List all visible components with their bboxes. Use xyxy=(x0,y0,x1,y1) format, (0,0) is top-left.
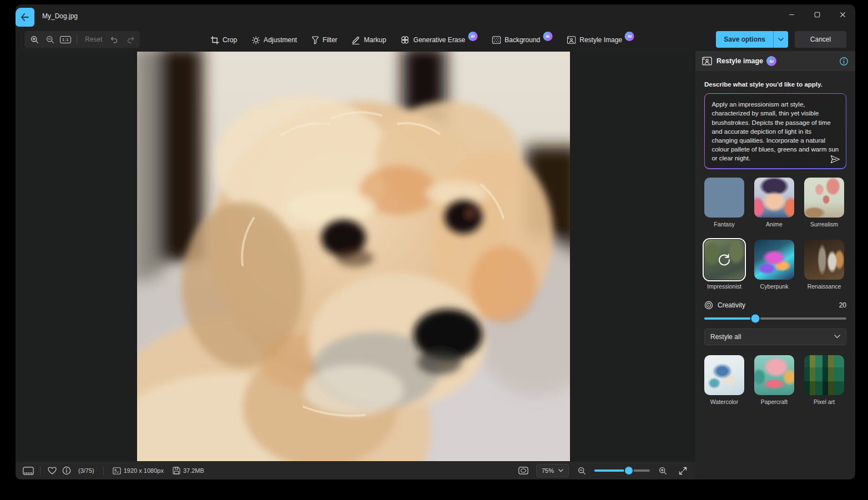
send-prompt-button[interactable] xyxy=(830,155,840,164)
cancel-button[interactable]: Cancel xyxy=(795,31,846,48)
save-options-button[interactable]: Save options xyxy=(716,31,773,48)
creativity-slider-fill xyxy=(704,317,755,320)
undo-button[interactable] xyxy=(107,32,122,47)
style-prompt-input[interactable]: Apply an impressionism art style, charac… xyxy=(705,94,845,166)
info-icon xyxy=(62,466,71,475)
filmstrip-button[interactable] xyxy=(21,464,36,477)
restyle-image-icon xyxy=(567,36,576,44)
zoom-out-icon xyxy=(46,36,54,44)
style-anime[interactable]: Anime xyxy=(754,178,794,228)
creativity-slider[interactable] xyxy=(704,317,846,320)
zoom-in-button-statusbar[interactable] xyxy=(655,464,670,477)
refresh-icon[interactable] xyxy=(717,252,731,267)
photos-app-window: My_Dog.jpg xyxy=(16,4,855,479)
tab-markup[interactable]: Markup xyxy=(347,32,391,48)
style-label: Impressionist xyxy=(707,283,741,290)
restyle-panel-header: Restyle image AI xyxy=(695,51,855,71)
style-watercolor-thumbnail[interactable] xyxy=(704,355,744,395)
close-button[interactable] xyxy=(830,4,855,24)
creativity-icon xyxy=(704,301,713,310)
style-pixel-art[interactable]: Pixel art xyxy=(804,355,844,405)
tab-filter[interactable]: Filter xyxy=(306,32,342,48)
back-button[interactable] xyxy=(16,8,34,27)
toolbar-divider xyxy=(77,35,77,44)
back-arrow-icon xyxy=(21,13,29,21)
restyle-panel-body: Describe what style you'd like to apply.… xyxy=(695,71,855,479)
tab-filter-label: Filter xyxy=(322,36,337,44)
tab-adjustment-label: Adjustment xyxy=(264,36,297,44)
style-surrealism-thumbnail[interactable] xyxy=(804,178,844,218)
tab-generative-erase[interactable]: Generative Erase AI xyxy=(396,32,482,48)
style-anime-thumbnail[interactable] xyxy=(754,178,794,218)
zoom-out-button[interactable] xyxy=(42,32,58,47)
chevron-down-icon xyxy=(834,335,840,339)
zoom-in-button[interactable] xyxy=(27,32,42,47)
style-label: Pixel art xyxy=(814,398,835,405)
style-label: Papercraft xyxy=(761,398,788,405)
main-area: (3/75) 1920 x 1080px 3 xyxy=(16,51,855,479)
save-options-dropdown[interactable] xyxy=(773,31,788,48)
style-label: Anime xyxy=(766,221,783,228)
restyle-scope-dropdown[interactable]: Restyle all xyxy=(704,329,846,345)
style-pixel-art-thumbnail[interactable] xyxy=(804,355,844,395)
style-watercolor[interactable]: Watercolor xyxy=(704,355,744,405)
save-split-button: Save options xyxy=(716,31,788,48)
ai-badge: AI xyxy=(766,56,776,66)
zoom-slider-thumb[interactable] xyxy=(625,467,633,474)
restyle-panel: Restyle image AI Describe what style you… xyxy=(695,51,855,479)
generative-erase-icon xyxy=(401,36,410,44)
zoom-level-value: 75% xyxy=(542,467,554,474)
image-dimensions-value: 1920 x 1080px xyxy=(124,467,164,474)
fit-to-window-button[interactable] xyxy=(516,464,531,477)
style-fantasy[interactable]: Fantasy xyxy=(704,178,744,228)
tab-crop[interactable]: Crop xyxy=(205,32,242,48)
style-papercraft-thumbnail[interactable] xyxy=(754,355,794,395)
style-label: Cyberpunk xyxy=(760,283,789,290)
reset-button[interactable]: Reset xyxy=(80,36,107,43)
image-dimensions: 1920 x 1080px xyxy=(113,467,164,474)
minimize-icon xyxy=(789,12,795,18)
actual-size-button[interactable]: 1:1 xyxy=(58,32,73,47)
zoom-slider[interactable] xyxy=(594,469,650,472)
file-title: My_Dog.jpg xyxy=(42,12,78,20)
prompt-box: Apply an impressionism art style, charac… xyxy=(704,93,846,169)
info-button[interactable] xyxy=(59,464,74,477)
redo-button[interactable] xyxy=(122,32,138,47)
ai-badge: AI xyxy=(468,32,477,41)
zoom-level-dropdown[interactable]: 75% xyxy=(536,464,569,477)
maximize-button[interactable] xyxy=(804,4,830,24)
creativity-label: Creativity xyxy=(718,301,745,309)
style-cyberpunk-thumbnail[interactable] xyxy=(754,240,794,280)
favorite-button[interactable] xyxy=(45,464,59,477)
file-size: 37.2MB xyxy=(173,467,204,474)
tab-restyle-image[interactable]: Restyle Image AI xyxy=(562,32,639,48)
style-impressionist-thumbnail[interactable] xyxy=(704,240,744,280)
dimensions-icon xyxy=(113,467,121,474)
undo-icon xyxy=(110,36,119,43)
chevron-down-icon xyxy=(778,38,784,41)
style-papercraft[interactable]: Papercraft xyxy=(754,355,794,405)
style-cyberpunk[interactable]: Cyberpunk xyxy=(754,240,794,290)
zoom-out-button-statusbar[interactable] xyxy=(574,464,589,477)
style-renaissance-thumbnail[interactable] xyxy=(804,240,844,280)
creativity-slider-thumb[interactable] xyxy=(751,314,760,322)
tab-generative-erase-label: Generative Erase xyxy=(413,36,465,44)
tab-adjustment[interactable]: Adjustment xyxy=(246,32,302,48)
tab-background[interactable]: Background AI xyxy=(487,32,557,48)
style-row-3: Watercolor Papercraft Pixel art xyxy=(704,355,846,405)
filter-icon xyxy=(311,36,319,44)
statusbar-zoom-controls: 75% xyxy=(516,464,690,477)
style-renaissance[interactable]: Renaissance xyxy=(804,240,844,290)
style-fantasy-thumbnail[interactable] xyxy=(704,178,744,218)
edit-tools: Crop Adjustment Filter Ma xyxy=(205,29,639,51)
fullscreen-button[interactable] xyxy=(675,464,690,477)
panel-info-button[interactable] xyxy=(839,57,849,66)
action-buttons: Save options Cancel xyxy=(716,31,846,48)
style-surrealism[interactable]: Surrealism xyxy=(804,178,844,228)
minimize-button[interactable] xyxy=(779,4,804,24)
send-icon xyxy=(830,155,840,164)
style-impressionist[interactable]: Impressionist xyxy=(704,240,744,290)
zoom-in-icon xyxy=(31,36,39,44)
ai-badge: AI xyxy=(625,32,634,41)
window-controls xyxy=(779,4,855,24)
